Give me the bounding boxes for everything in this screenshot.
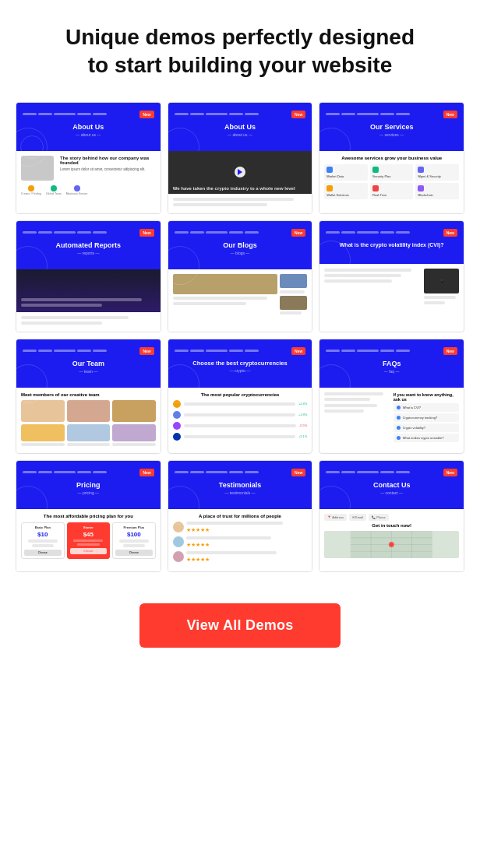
page-headline: Unique demos perfectly designed to start…: [53, 23, 427, 80]
card-about-us-1[interactable]: New About Us — about us — The story behi…: [16, 102, 161, 214]
card-nav: New: [175, 347, 306, 355]
card-our-team[interactable]: New Our Team — team — Meet members of ou…: [16, 339, 161, 454]
card-subtitle: — faq —: [384, 369, 400, 374]
card-faqs[interactable]: New FAQs — faq — If you want to know any…: [319, 339, 464, 454]
card-nav: New: [326, 469, 457, 476]
card-title: About Us: [224, 123, 256, 131]
card-crypto-volatility[interactable]: New What is the crypto volatility index …: [319, 220, 464, 332]
page-wrapper: Unique demos perfectly designed to start…: [0, 0, 480, 679]
card-title: Contact Us: [373, 481, 411, 489]
card-nav: New: [175, 111, 306, 118]
card-nav: New: [23, 347, 154, 355]
card-about-us-2[interactable]: New About Us — about us — We have taken …: [168, 102, 313, 214]
card-testimonials[interactable]: New Testimonials — testimonials — A plac…: [168, 460, 313, 572]
faq-tagline: If you want to know anything, ask us: [394, 392, 459, 402]
card-badge: New: [139, 347, 154, 355]
card-badge: New: [291, 111, 305, 118]
card-subtitle: — blogs —: [231, 251, 250, 255]
card-title: Pricing: [76, 481, 101, 489]
body-desc: Lorem ipsum dolor sit amet, consectetur …: [60, 167, 156, 172]
card-subtitle: — about us —: [228, 132, 252, 137]
view-all-demos-button[interactable]: View All Demos: [139, 603, 340, 648]
card-contact-us[interactable]: New Contact Us — contact — 📍 Address ✉ E…: [319, 460, 464, 572]
card-title: Our Services: [370, 123, 414, 131]
card-badge: New: [443, 111, 457, 118]
card-nav: New: [23, 229, 154, 237]
card-badge: New: [291, 229, 305, 237]
card-nav: New: [326, 347, 457, 355]
card-nav: New: [175, 229, 306, 237]
card-title: Testimonials: [219, 481, 261, 489]
card-pricing[interactable]: New Pricing — pricing — The most afforda…: [16, 460, 161, 572]
dot-label-3: Maximum Service: [66, 192, 88, 195]
card-nav: New: [326, 229, 457, 237]
card-title: Choose the best cryptocurrencies: [192, 360, 287, 367]
dot-label-1: Creator / Finding: [21, 192, 41, 195]
card-title: Automated Reports: [56, 241, 122, 249]
dot-label-2: Global Team: [46, 192, 62, 195]
card-our-services[interactable]: New Our Services — services — Awesome se…: [319, 102, 464, 214]
card-our-blogs[interactable]: New Our Blogs — blogs —: [168, 220, 313, 332]
card-subtitle: — about us —: [76, 132, 101, 137]
card-subtitle: — contact —: [380, 490, 403, 495]
card-nav: New: [326, 111, 457, 118]
svg-point-8: [390, 543, 394, 546]
demos-grid: New About Us — about us — The story behi…: [16, 102, 464, 572]
card-choose-crypto[interactable]: New Choose the best cryptocurrencies — c…: [168, 339, 313, 454]
card-title: FAQs: [383, 360, 401, 367]
card-badge: New: [443, 469, 457, 476]
card-badge: New: [443, 347, 457, 355]
card-title: About Us: [72, 123, 104, 131]
card-subtitle: — team —: [79, 369, 97, 374]
map-placeholder: [324, 531, 459, 558]
card-badge: New: [291, 347, 305, 355]
card-nav: New: [175, 469, 306, 476]
card-badge: New: [139, 469, 154, 476]
card-title: What is the crypto volatility index (CVI…: [340, 241, 444, 248]
card-title: Our Blogs: [223, 241, 257, 249]
card-badge: New: [139, 229, 154, 237]
card-nav: New: [23, 111, 154, 118]
card-subtitle: — pricing —: [78, 490, 100, 495]
card-subtitle: — reports —: [77, 251, 99, 255]
card-badge: New: [139, 111, 154, 118]
card-badge: New: [443, 229, 457, 237]
card-nav: New: [23, 469, 154, 476]
contact-tagline: Get in touch now!: [324, 523, 459, 528]
card-subtitle: — services —: [379, 132, 404, 137]
card-badge: New: [291, 469, 305, 476]
card-subtitle: — crypto —: [230, 368, 250, 373]
card-title: Our Team: [72, 360, 104, 367]
card-automated-reports[interactable]: New Automated Reports — reports —: [16, 220, 161, 332]
body-title: The story behind how our company was fou…: [60, 156, 156, 165]
card-subtitle: — testimonials —: [224, 490, 255, 495]
